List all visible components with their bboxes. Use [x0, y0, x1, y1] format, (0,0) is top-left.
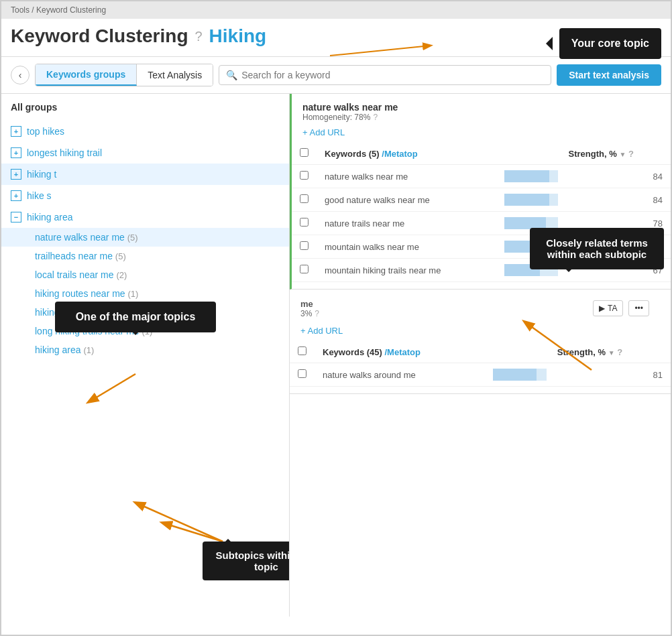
content-panel: nature walks near me Homogeneity: 78% ? … [290, 94, 671, 617]
bar-fill [504, 194, 549, 206]
row-checkbox-cell[interactable] [290, 363, 315, 387]
strength-question-icon-2[interactable]: ? [617, 347, 622, 357]
col-keywords-header-2[interactable]: Keywords (45) /Metatop [315, 341, 485, 363]
cluster2-homogeneity-q[interactable]: ? [315, 309, 319, 318]
bar-bg [504, 194, 558, 206]
main-layout: All groups + top hikes + longest hiking … [1, 94, 671, 617]
cluster-2-table: Keywords (45) /Metatop Strength, % ▼ ? [290, 341, 671, 387]
group-item-hiking-area[interactable]: − hiking area [1, 206, 289, 228]
group-link-hike-s[interactable]: hike s [27, 190, 52, 201]
row-checkbox[interactable] [298, 369, 306, 378]
expand-icon-top-hikes[interactable]: + [11, 126, 21, 137]
cluster-1-add-url[interactable]: + Add URL [292, 125, 671, 143]
select-all-checkbox-2[interactable] [298, 346, 306, 355]
core-topic-label: Hiking [209, 25, 267, 47]
row-bar-cell [496, 165, 561, 188]
metatop-link-2[interactable]: /Metatop [385, 347, 421, 357]
subitem-trailheads-near-me[interactable]: trailheads near me (5) [1, 247, 289, 265]
row-checkbox[interactable] [300, 171, 309, 180]
row-checkbox-cell[interactable] [292, 259, 317, 282]
keywords-count-label: Keywords (5) [325, 149, 380, 159]
row-checkbox-cell[interactable] [292, 188, 317, 212]
subitem-hiking-area[interactable]: hiking area (1) [1, 340, 289, 359]
expand-icon-longest-hiking-trail[interactable]: + [11, 147, 21, 158]
subitem-link-1[interactable]: trailheads near me (5) [35, 251, 126, 261]
homogeneity-question-icon[interactable]: ? [373, 113, 378, 122]
group-item-top-hikes[interactable]: + top hikes [1, 121, 289, 142]
table-row: nature walks near me 84 [292, 165, 671, 188]
strength-dropdown-icon-2[interactable]: ▼ [608, 349, 615, 357]
svg-line-1 [89, 374, 135, 402]
page-title: Keyword Clustering [11, 25, 188, 47]
tooltip-core-topic: Your core topic [559, 28, 661, 59]
cluster-2-header-row: me 3% ? ▶ TA ••• [290, 290, 671, 323]
cluster-1-homogeneity: Homogeneity: 78% ? [302, 113, 660, 122]
expand-icon-hiking-area[interactable]: − [11, 212, 21, 222]
strength-dropdown-icon[interactable]: ▼ [619, 151, 626, 158]
tooltip-related-arrow [563, 267, 574, 277]
row-keyword: mountain hiking trails near me [317, 259, 496, 282]
group-link-top-hikes[interactable]: top hikes [27, 126, 64, 137]
group-link-longest-hiking-trail[interactable]: longest hiking trail [27, 147, 102, 158]
col-bar-header-2 [485, 341, 549, 363]
svg-line-3 [162, 523, 223, 542]
start-analysis-button[interactable]: Start text analysis [557, 64, 661, 86]
group-item-longest-hiking-trail[interactable]: + longest hiking trail [1, 142, 289, 164]
cluster-1-name: nature walks near me [302, 102, 660, 113]
core-topic-arrow [323, 39, 444, 72]
group-item-hike-s[interactable]: + hike s [1, 185, 289, 206]
cluster-2-name-area: me 3% ? [300, 299, 319, 318]
subitem-nature-walks-near-me[interactable]: nature walks near me (5) [1, 228, 289, 247]
tab-keywords-groups[interactable]: Keywords groups [36, 64, 137, 86]
sidebar-title: All groups [1, 94, 289, 121]
tab-text-analysis[interactable]: Text Analysis [137, 64, 213, 86]
cluster-2-add-url[interactable]: + Add URL [290, 323, 671, 341]
group-link-hiking-t[interactable]: hiking t [27, 169, 56, 180]
subitem-local-trails-near-me[interactable]: local trails near me (2) [1, 265, 289, 284]
subitem-link-3[interactable]: hiking routes near me (1) [35, 288, 138, 299]
page-header: Keyword Clustering ? Hiking Your core to… [1, 19, 671, 57]
expand-icon-hiking-t[interactable]: + [11, 169, 21, 180]
group-item-hiking-t[interactable]: + hiking t [1, 164, 289, 185]
row-checkbox[interactable] [300, 265, 309, 273]
row-checkbox[interactable] [300, 241, 309, 250]
subitem-link-6[interactable]: hiking area (1) [35, 344, 94, 355]
row-keyword: mountain walks near me [317, 235, 496, 259]
cluster-2-table-header: Keywords (45) /Metatop Strength, % ▼ ? [290, 341, 671, 363]
subitem-link-2[interactable]: local trails near me (2) [35, 269, 127, 280]
subitem-link-0[interactable]: nature walks near me (5) [35, 232, 138, 243]
row-strength: 84 [561, 188, 671, 212]
expand-icon-hike-s[interactable]: + [11, 190, 21, 201]
tooltip-related-terms: Closely related terms within each subtop… [530, 228, 664, 269]
more-button-cluster2[interactable]: ••• [628, 300, 649, 316]
tooltip-subtopics: Subtopics within this topic [203, 542, 290, 580]
col-keywords-header[interactable]: Keywords (5) /Metatop [317, 143, 496, 165]
ta-label: TA [608, 304, 617, 313]
row-strength: 81 [549, 363, 671, 387]
strength-question-icon[interactable]: ? [628, 149, 634, 159]
tooltip-major-arrow-down [130, 330, 141, 340]
row-checkbox-cell[interactable] [292, 212, 317, 235]
select-all-checkbox[interactable] [300, 148, 309, 157]
cluster-2-homogeneity: 3% ? [300, 309, 319, 318]
tooltip-major-topics: One of the major topics [55, 302, 216, 332]
subitem-hiking-routes-near-me[interactable]: hiking routes near me (1) [1, 284, 289, 303]
back-button[interactable]: ‹ [11, 66, 30, 84]
title-question-icon[interactable]: ? [194, 29, 202, 44]
col-strength-header[interactable]: Strength, % ▼ ? [561, 143, 671, 165]
group-link-hiking-area[interactable]: hiking area [27, 212, 73, 222]
row-checkbox[interactable] [300, 194, 309, 203]
row-checkbox-cell[interactable] [292, 235, 317, 259]
tab-group: Keywords groups Text Analysis [35, 64, 213, 86]
cluster-2-actions: ▶ TA ••• [582, 296, 660, 320]
metatop-link-1[interactable]: /Metatop [382, 149, 417, 159]
sidebar: All groups + top hikes + longest hiking … [1, 94, 290, 617]
ta-button-cluster2[interactable]: ▶ TA [593, 300, 623, 316]
row-checkbox-cell[interactable] [292, 165, 317, 188]
ta-play-icon: ▶ [599, 304, 605, 313]
row-checkbox[interactable] [300, 218, 309, 227]
bar-fill [493, 369, 537, 381]
bar-bg [493, 369, 547, 381]
cluster-1-table-header: Keywords (5) /Metatop Strength, % ▼ ? [292, 143, 671, 165]
col-strength-header-2[interactable]: Strength, % ▼ ? [549, 341, 671, 363]
